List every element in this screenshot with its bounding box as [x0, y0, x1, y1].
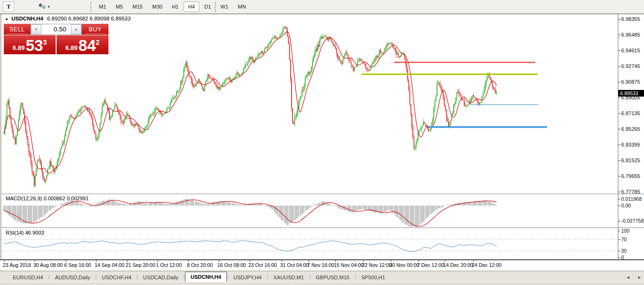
- macd-label: MACD(12,26,9) 0.000862 0.002991: [6, 196, 88, 201]
- time-axis-label: 15 Nov 04:00: [334, 262, 363, 268]
- time-axis-label: 23 Oct 16:00: [248, 262, 277, 268]
- price-axis-tick: 6.87135: [621, 110, 640, 116]
- drawing-tools-icon: [39, 3, 46, 11]
- chart-tab-EURUSD-H4[interactable]: EURUSD,H4: [8, 273, 49, 282]
- timeframe-M1[interactable]: M1: [95, 1, 110, 12]
- time-axis-label: 16 Oct 08:00: [217, 262, 246, 268]
- chart-tab-SP500-H1[interactable]: SP500,H1: [356, 273, 390, 282]
- time-axis-tick-mark: [157, 260, 158, 262]
- rsi-axis-tick: 30: [621, 248, 627, 254]
- time-axis-tick-mark: [309, 260, 309, 262]
- time-axis-tick-mark: [250, 260, 250, 262]
- rsi-axis-tick-mark: [618, 251, 620, 251]
- volume-stepper: ▼ 0.50 ▲: [30, 24, 82, 35]
- buy-price-prefix: 6.89: [66, 44, 78, 51]
- timeframe-D1[interactable]: D1: [200, 1, 215, 12]
- rsi-axis-tick-mark: [618, 239, 620, 240]
- price-axis-tick: 6.81525: [621, 157, 640, 163]
- toolbar-grip[interactable]: [90, 2, 92, 12]
- price-axis-tick-mark: [618, 98, 620, 98]
- panel-collapse-icon[interactable]: ▲: [5, 17, 9, 21]
- macd-axis-tick-mark: [618, 221, 620, 221]
- macd-indicator-canvas[interactable]: [2, 195, 618, 227]
- buy-price-button[interactable]: 6.89 84 2: [57, 35, 108, 54]
- time-axis-tick-mark: [419, 260, 419, 262]
- time-axis-label: 1 Oct 12:00: [156, 262, 182, 268]
- time-axis-label: 7 Dec 12:00: [417, 262, 444, 268]
- drawing-tools-button[interactable]: ▾: [35, 1, 53, 12]
- mt4-terminal-window: T ▾ M1M5M15M30H1H4D1W1MN ▲ USDCNH,H4 6.8…: [0, 0, 644, 285]
- time-axis-tick-mark: [35, 260, 35, 262]
- chart-tab-GBPUSD-M15[interactable]: GBPUSD,M15: [311, 273, 355, 282]
- price-axis-tick: 6.92745: [621, 63, 640, 69]
- chart-tab-bar: EURUSD,H4|AUDUSD,Daily|USDCHF,H4|USDCAD,…: [0, 271, 644, 282]
- chart-tab-AUDUSD-Daily[interactable]: AUDUSD,Daily: [49, 273, 95, 282]
- time-axis-label: 30 Nov 00:00: [390, 262, 419, 268]
- time-axis-label: 6 Sep 16:00: [64, 262, 91, 268]
- macd-axis-tick: 0.00: [621, 203, 631, 208]
- time-axis-label: 22 Nov 12:00: [362, 262, 391, 268]
- macd-axis-tick-mark: [618, 206, 620, 206]
- chart-tab-USDCNH-H4[interactable]: USDCNH,H4: [185, 272, 227, 282]
- time-axis-label: 8 Oct 20:00: [187, 262, 213, 268]
- buy-button[interactable]: BUY: [82, 24, 108, 35]
- price-axis-tick-mark: [618, 145, 620, 145]
- time-axis-label: 30 Aug 08:00: [33, 262, 63, 268]
- price-axis-tick: 6.77785: [621, 189, 640, 195]
- time-axis-tick-mark: [335, 260, 336, 262]
- chart-tab-XAUUSD-M1[interactable]: XAUUSD,M1: [268, 273, 309, 282]
- timeframe-H1[interactable]: H1: [167, 1, 183, 12]
- sell-price-button[interactable]: 6.89 53 3: [4, 35, 56, 54]
- chart-tab-USDJPY-H4[interactable]: USDJPY,H4: [228, 273, 267, 282]
- rsi-axis-tick: 100: [621, 228, 630, 234]
- timeframe-M30[interactable]: M30: [148, 1, 166, 12]
- rsi-axis-tick: 70: [621, 236, 627, 242]
- price-axis-tick-mark: [618, 176, 620, 177]
- sell-price-sup: 3: [43, 39, 47, 46]
- time-axis-label: 7 Nov 16:00: [307, 262, 334, 268]
- rsi-label: RSI(14) 46.9003: [6, 230, 44, 236]
- volume-decrease-button[interactable]: ▼: [31, 24, 41, 34]
- rsi-axis-tick-mark: [618, 257, 620, 258]
- price-axis-tick: 6.96485: [621, 32, 640, 38]
- price-axis-border: [618, 14, 618, 270]
- time-axis-label: 24 Dec 12:00: [472, 262, 501, 268]
- time-axis-label: 14 Dec 20:00: [443, 262, 473, 268]
- toolbar-grip[interactable]: [215, 2, 216, 12]
- macd-axis-tick: -0.027758: [621, 218, 644, 224]
- rsi-indicator-canvas[interactable]: [2, 228, 618, 259]
- tab-scroll-left-button[interactable]: ◄: [626, 275, 630, 280]
- price-axis-tick-mark: [618, 82, 620, 82]
- sell-price-prefix: 6.89: [13, 44, 25, 51]
- volume-increase-button[interactable]: ▲: [71, 24, 81, 34]
- timeframe-W1[interactable]: W1: [216, 1, 233, 12]
- timeframe-H4[interactable]: H4: [184, 1, 199, 12]
- chart-tab-USDCHF-H4[interactable]: USDCHF,H4: [97, 273, 137, 282]
- text-label-tool-button[interactable]: T: [3, 1, 14, 12]
- price-axis-tick: 6.90875: [621, 79, 640, 85]
- status-strip: [0, 282, 644, 285]
- time-axis-tick-mark: [66, 260, 66, 262]
- chart-tab-USDCAD-Daily[interactable]: USDCAD,Daily: [138, 273, 184, 282]
- chevron-down-icon: ▾: [48, 4, 50, 9]
- price-axis-tick-mark: [618, 113, 620, 114]
- ohlc-values: 6.89290 6.89682 6.89098 6.89533: [47, 16, 131, 21]
- price-axis-tick-mark: [618, 35, 620, 35]
- price-axis-tick: 6.89005: [621, 95, 640, 100]
- time-axis-tick-mark: [4, 260, 5, 262]
- macd-axis-tick-mark: [618, 199, 620, 199]
- volume-input[interactable]: 0.50: [41, 24, 71, 34]
- tab-scroll-right-button[interactable]: ►: [637, 275, 642, 280]
- timeframe-MN[interactable]: MN: [234, 1, 250, 12]
- timeframe-M5[interactable]: M5: [111, 1, 127, 12]
- sell-button[interactable]: SELL: [4, 24, 30, 35]
- buy-price-sup: 2: [96, 39, 100, 46]
- time-axis-label: 31 Oct 04:00: [280, 262, 309, 268]
- price-axis-tick-mark: [618, 160, 620, 161]
- timeframe-M15[interactable]: M15: [128, 1, 147, 12]
- price-axis-tick-mark: [618, 192, 620, 192]
- sell-price-big: 53: [26, 39, 43, 53]
- time-axis-label: 23 Aug 2018: [3, 262, 31, 268]
- one-click-trade-panel: SELL ▼ 0.50 ▲ BUY 6.89 53 3 6.89 84 2: [4, 24, 108, 54]
- buy-price-big: 84: [78, 39, 96, 53]
